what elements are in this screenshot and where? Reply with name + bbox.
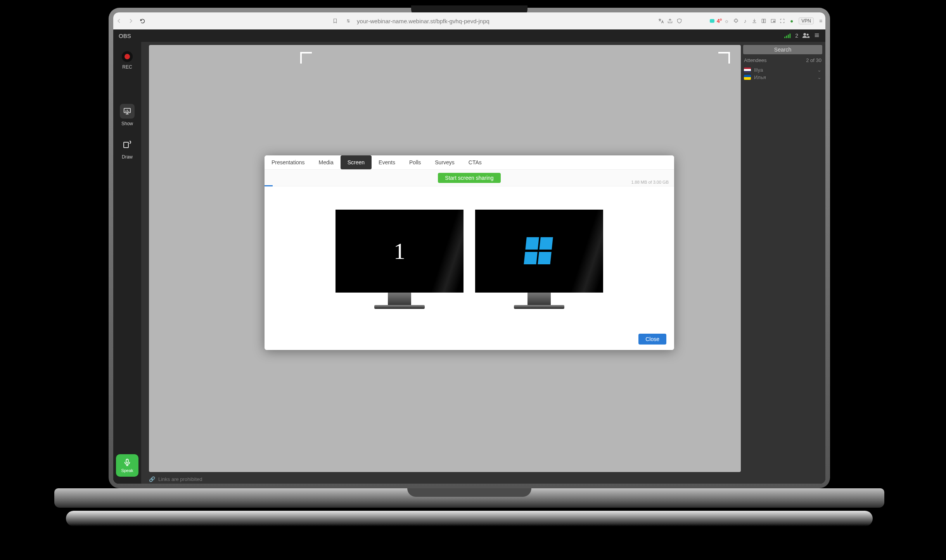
storage-progress <box>265 185 273 186</box>
screenshot-icon[interactable] <box>778 18 787 24</box>
flag-icon <box>744 67 751 72</box>
screen-option-2[interactable] <box>475 210 603 309</box>
show-button[interactable]: Show <box>120 104 135 126</box>
attendees-label: Attendees <box>744 57 767 63</box>
back-button[interactable] <box>113 18 125 24</box>
svg-rect-2 <box>710 19 714 22</box>
screen-choices: 1 <box>265 186 674 328</box>
people-icon[interactable] <box>802 33 810 39</box>
app-header: OBS 2 <box>113 29 825 42</box>
pip-icon[interactable] <box>768 18 778 24</box>
reader-icon[interactable] <box>759 18 768 24</box>
speak-button[interactable]: Speak <box>116 454 138 477</box>
webinar-app: OBS 2 <box>113 29 825 484</box>
address-bar[interactable]: your-webinar-name.webinar.st/bpfk-gvhq-p… <box>357 18 489 24</box>
attendee-row[interactable]: Illya ⌄ <box>743 66 822 74</box>
show-icon <box>120 104 135 119</box>
search-input[interactable]: Search <box>743 45 822 54</box>
mic-icon <box>123 458 131 467</box>
chevron-down-icon[interactable]: ⌄ <box>817 67 821 73</box>
modal-footer: Close <box>265 328 674 350</box>
vpn-pill[interactable]: VPN <box>799 17 814 24</box>
screen-1-label: 1 <box>394 238 405 264</box>
link-blocked-icon: 🔗 <box>149 476 155 482</box>
signal-icon <box>784 33 791 38</box>
tab-polls[interactable]: Polls <box>402 155 428 169</box>
tab-screen[interactable]: Screen <box>341 155 372 169</box>
svg-rect-7 <box>784 37 785 38</box>
rec-button[interactable]: REC <box>122 51 133 70</box>
downloads-icon[interactable] <box>750 18 759 24</box>
share-bar: Start screen sharing 1.88 MB of 3.00 GB <box>265 169 674 186</box>
monitor-icon: 1 <box>336 210 463 293</box>
svg-point-11 <box>803 33 806 36</box>
ext-icon-2[interactable]: ☼ <box>722 18 731 24</box>
show-label: Show <box>121 121 133 126</box>
draw-icon <box>120 137 135 152</box>
chevron-down-icon[interactable]: ⌄ <box>817 74 821 80</box>
svg-rect-6 <box>773 21 775 22</box>
svg-rect-9 <box>788 34 789 38</box>
vpn-status-icon[interactable]: ● <box>787 18 796 24</box>
attendee-row[interactable]: Илья ⌄ <box>743 74 822 81</box>
bezel: your-webinar-name.webinar.st/bpfk-gvhq-p… <box>109 8 830 488</box>
draw-label: Draw <box>122 154 133 160</box>
svg-rect-8 <box>786 36 787 38</box>
tab-media[interactable]: Media <box>312 155 341 169</box>
attendee-name: Илья <box>754 74 766 80</box>
tab-ctas[interactable]: CTAs <box>462 155 489 169</box>
svg-rect-14 <box>124 142 128 148</box>
weather-badge[interactable]: 4° <box>717 18 722 24</box>
crop-corner-tl <box>300 52 312 64</box>
share-icon[interactable] <box>666 18 675 24</box>
app-menu-icon[interactable] <box>814 33 820 39</box>
storage-quota: 1.88 MB of 3.00 GB <box>631 180 669 184</box>
tab-events[interactable]: Events <box>372 155 402 169</box>
laptop-base <box>54 488 884 527</box>
tool-rail: REC Show Draw <box>113 42 141 484</box>
speak-label: Speak <box>121 468 133 473</box>
ext-icon-1[interactable] <box>707 18 717 24</box>
reload-button[interactable] <box>137 18 148 24</box>
translate-icon[interactable] <box>656 18 666 24</box>
extensions-icon[interactable] <box>731 18 740 24</box>
rec-label: REC <box>122 64 132 70</box>
laptop-frame: your-webinar-name.webinar.st/bpfk-gvhq-p… <box>109 8 830 535</box>
browser-menu-icon[interactable]: ≡ <box>816 18 825 24</box>
people-count: 2 <box>795 33 798 39</box>
crop-corner-tr <box>718 52 730 64</box>
svg-rect-4 <box>764 19 766 22</box>
start-share-button[interactable]: Start screen sharing <box>438 173 500 183</box>
rec-icon <box>122 51 133 62</box>
screen-option-1[interactable]: 1 <box>336 210 463 309</box>
share-modal: Presentations Media Screen Events Polls … <box>265 155 674 350</box>
links-text: Links are prohibited <box>158 476 202 482</box>
screen: your-webinar-name.webinar.st/bpfk-gvhq-p… <box>113 12 825 484</box>
svg-rect-3 <box>762 19 764 22</box>
browser-chrome: your-webinar-name.webinar.st/bpfk-gvhq-p… <box>113 12 825 29</box>
shield-icon[interactable] <box>675 18 684 24</box>
site-settings-icon[interactable] <box>344 18 353 24</box>
stage-footer: 🔗 Links are prohibited <box>149 476 202 482</box>
monitor-icon <box>475 210 603 293</box>
app-title: OBS <box>119 33 131 39</box>
attendee-panel: Search Attendees 2 of 30 Illya ⌄ Ил <box>743 45 822 81</box>
music-icon[interactable]: ♪ <box>740 18 750 24</box>
close-button[interactable]: Close <box>638 334 666 345</box>
svg-rect-10 <box>790 34 791 38</box>
svg-point-12 <box>807 33 809 35</box>
svg-rect-15 <box>126 459 128 463</box>
tab-presentations[interactable]: Presentations <box>265 155 312 169</box>
modal-tabs: Presentations Media Screen Events Polls … <box>265 155 674 169</box>
tab-surveys[interactable]: Surveys <box>428 155 462 169</box>
forward-button[interactable] <box>125 18 137 24</box>
attendees-count: 2 of 30 <box>806 57 821 63</box>
draw-button[interactable]: Draw <box>120 137 135 160</box>
attendee-name: Illya <box>754 67 763 73</box>
bookmark-icon[interactable] <box>330 18 340 24</box>
flag-icon <box>744 75 751 80</box>
